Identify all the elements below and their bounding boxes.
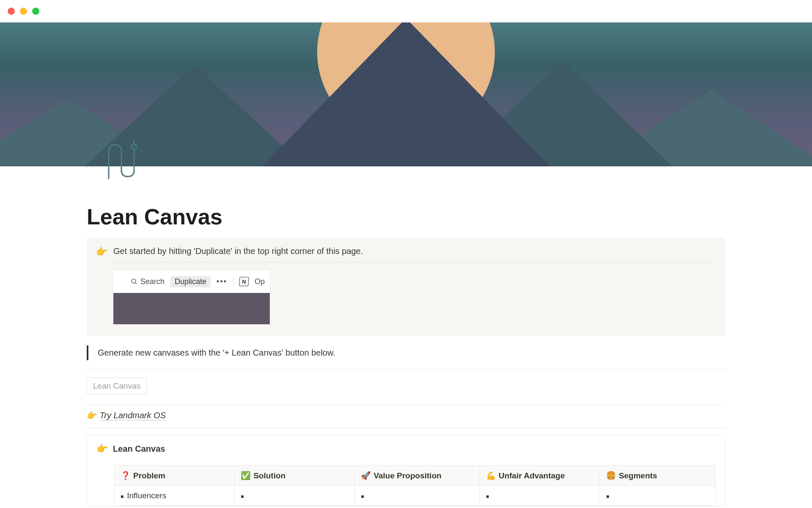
svg-point-1	[132, 279, 136, 283]
col-label: Segments	[619, 471, 657, 480]
try-landmark-text: Try Landmark OS	[100, 411, 166, 420]
table-cell[interactable]: ■Influencers	[115, 486, 235, 506]
callout-demo-image: Search Duplicate ••• N Op	[113, 270, 270, 324]
separator	[233, 277, 233, 286]
divider	[87, 428, 725, 428]
check-icon: ✅	[241, 471, 251, 480]
col-header-problem[interactable]: ❓Problem	[115, 466, 235, 486]
window-close-dot[interactable]	[8, 8, 15, 15]
table-row[interactable]: ■Influencers ■ ■ ■ ■	[115, 486, 716, 506]
col-label: Value Proposition	[373, 471, 441, 480]
search-label: Search	[140, 277, 165, 286]
burger-icon: 🍔	[606, 471, 616, 480]
more-icon: •••	[217, 277, 227, 286]
page-icon[interactable]	[104, 138, 146, 181]
duplicate-button: Duplicate	[170, 276, 211, 287]
point-right-icon: 👉	[96, 246, 107, 324]
rocket-icon: 🚀	[361, 471, 371, 480]
bullet-icon: ■	[606, 494, 609, 500]
window-zoom-dot[interactable]	[32, 8, 39, 15]
card-title: Lean Canvas	[113, 444, 165, 454]
divider	[87, 370, 725, 370]
lean-canvas-button[interactable]: Lean Canvas	[87, 378, 147, 395]
svg-line-2	[135, 282, 137, 284]
col-label: Unfair Advantage	[499, 471, 565, 480]
bullet-icon: ■	[121, 494, 123, 500]
op-text: Op	[255, 277, 265, 286]
point-right-icon: 👉	[96, 443, 108, 454]
table-cell[interactable]: ■	[600, 486, 716, 506]
bullet-icon: ■	[486, 494, 489, 500]
search-group: Search	[131, 277, 165, 286]
canvas-table: ❓Problem ✅Solution 🚀Value Proposition 💪U…	[114, 465, 716, 506]
bullet-icon: ■	[241, 494, 244, 500]
question-icon: ❓	[121, 471, 131, 480]
col-header-advantage[interactable]: 💪Unfair Advantage	[480, 466, 600, 486]
col-header-value[interactable]: 🚀Value Proposition	[355, 466, 480, 486]
window-minimize-dot[interactable]	[20, 8, 27, 15]
divider	[87, 405, 725, 405]
col-header-segments[interactable]: 🍔Segments	[600, 466, 716, 486]
table-cell[interactable]: ■	[235, 486, 355, 506]
col-header-solution[interactable]: ✅Solution	[235, 466, 355, 486]
flex-icon: 💪	[486, 471, 496, 480]
callout-text[interactable]: Get started by hitting 'Duplicate' in th…	[113, 246, 716, 262]
search-icon	[131, 278, 138, 285]
card-header[interactable]: 👉 Lean Canvas	[96, 443, 716, 460]
lean-canvas-card: 👉 Lean Canvas ❓Problem ✅Solution 🚀Value …	[87, 435, 725, 506]
table-cell[interactable]: ■	[355, 486, 480, 506]
demo-cover-strip	[113, 293, 270, 324]
window-titlebar	[0, 0, 812, 22]
col-label: Problem	[133, 471, 165, 480]
mountain-shape	[262, 22, 550, 166]
point-right-icon: 👉	[87, 411, 97, 420]
table-cell[interactable]: ■	[480, 486, 600, 506]
table-header-row: ❓Problem ✅Solution 🚀Value Proposition 💪U…	[115, 466, 716, 486]
callout-block: 👉 Get started by hitting 'Duplicate' in …	[87, 238, 725, 336]
page-title[interactable]: Lean Canvas	[87, 204, 725, 229]
try-landmark-link[interactable]: 👉 Try Landmark OS	[87, 410, 725, 420]
quote-block[interactable]: Generate new canvases with the '+ Lean C…	[87, 345, 725, 360]
cell-text: Influencers	[127, 491, 166, 500]
bullet-icon: ■	[361, 494, 364, 500]
col-label: Solution	[253, 471, 285, 480]
notion-logo-icon: N	[239, 277, 249, 286]
